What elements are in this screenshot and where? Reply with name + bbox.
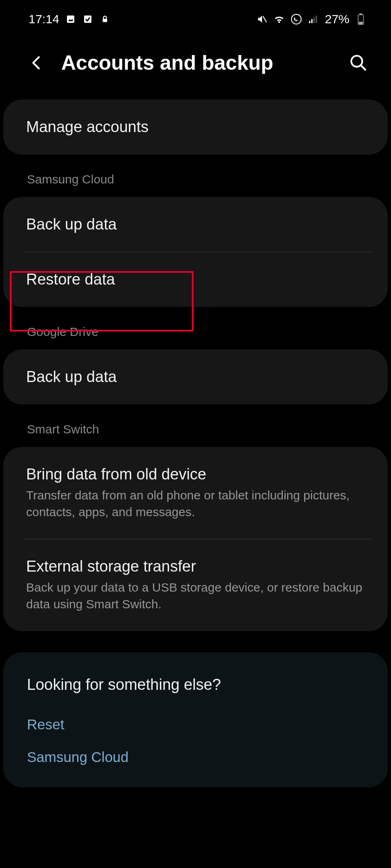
manage-accounts-label: Manage accounts	[26, 118, 149, 135]
google-drive-card: Back up data	[3, 349, 388, 404]
svg-rect-2	[84, 15, 91, 23]
header: Accounts and backup	[0, 30, 391, 99]
samsung-cloud-backup-label: Back up data	[26, 216, 117, 233]
samsung-cloud-restore-row[interactable]: Restore data	[3, 252, 388, 307]
external-storage-desc: Back up your data to a USB storage devic…	[26, 579, 365, 612]
battery-percent: 27%	[325, 12, 349, 26]
svg-rect-9	[315, 15, 317, 23]
status-time: 17:14	[29, 12, 59, 26]
external-storage-row[interactable]: External storage transfer Back up your d…	[3, 539, 388, 631]
bring-data-title: Bring data from old device	[26, 466, 365, 483]
looking-for-link-reset[interactable]: Reset	[3, 708, 388, 741]
status-bar: 17:14 27%	[0, 0, 391, 30]
svg-line-14	[361, 65, 366, 70]
google-drive-backup-row[interactable]: Back up data	[3, 349, 388, 404]
smart-switch-section-label: Smart Switch	[3, 404, 388, 447]
vibrate-mute-icon	[256, 13, 268, 25]
svg-rect-6	[309, 21, 310, 23]
chevron-left-icon	[28, 54, 45, 71]
looking-for-card: Looking for something else? Reset Samsun…	[3, 652, 388, 787]
image-icon	[65, 13, 76, 25]
page-title: Accounts and backup	[61, 51, 273, 75]
external-storage-title: External storage transfer	[26, 558, 365, 575]
bring-data-desc: Transfer data from an old phone or table…	[26, 487, 365, 520]
svg-rect-3	[103, 19, 107, 22]
manage-accounts-card: Manage accounts	[3, 99, 388, 155]
checkbox-icon	[82, 13, 93, 25]
battery-icon	[355, 13, 367, 25]
samsung-cloud-section-label: Samsung Cloud	[3, 155, 388, 197]
manage-accounts-row[interactable]: Manage accounts	[3, 99, 388, 155]
samsung-cloud-backup-row[interactable]: Back up data	[3, 197, 388, 252]
svg-point-5	[291, 14, 301, 24]
status-left: 17:14	[29, 12, 111, 26]
wifi-icon	[273, 13, 285, 25]
svg-rect-8	[313, 18, 315, 23]
google-drive-backup-label: Back up data	[26, 368, 117, 385]
signal-icon	[308, 13, 319, 25]
back-button[interactable]	[24, 51, 49, 75]
wifi-calling-icon	[291, 13, 302, 25]
looking-for-link-samsung-cloud[interactable]: Samsung Cloud	[3, 741, 388, 787]
bring-data-row[interactable]: Bring data from old device Transfer data…	[3, 447, 388, 539]
samsung-cloud-restore-label: Restore data	[26, 271, 115, 288]
google-drive-section-label: Google Drive	[3, 307, 388, 349]
svg-rect-12	[359, 22, 363, 24]
svg-line-4	[263, 16, 267, 22]
search-button[interactable]	[346, 51, 371, 75]
status-right: 27%	[256, 12, 367, 26]
search-icon	[349, 53, 368, 72]
smart-switch-card: Bring data from old device Transfer data…	[3, 447, 388, 631]
samsung-cloud-card: Back up data Restore data	[3, 197, 388, 307]
lock-icon	[99, 13, 111, 25]
svg-rect-0	[67, 15, 74, 23]
looking-for-title: Looking for something else?	[3, 652, 388, 708]
svg-rect-7	[311, 19, 313, 23]
